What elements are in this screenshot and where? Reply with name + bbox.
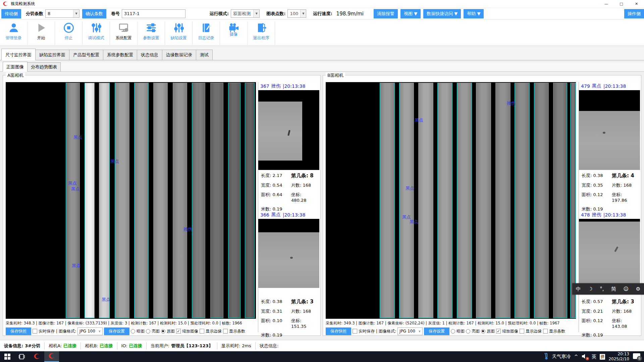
window-title: 视觉检测系统 [11,1,35,7]
view-menu-button[interactable]: 视图 ▼ [400,9,421,18]
system-config-button[interactable]: 系统配置 [110,21,138,45]
ime-settings-gear-icon[interactable]: ⚙ [636,286,640,292]
halfwidth-moon-icon[interactable]: ☽ [588,286,592,292]
help-menu-button[interactable]: 帮助 ▼ [464,9,484,18]
drive-side-button[interactable]: 传动侧 [1,9,21,18]
run-mode-select[interactable]: 双面检测 ▼ [231,9,260,18]
bright-image-radio[interactable] [146,329,150,334]
confirm-count-button[interactable]: 确认条数 [82,9,106,18]
task-view-icon[interactable] [15,351,30,362]
log-record-button[interactable]: 日志记录 [193,21,220,45]
save-snapshot-button[interactable]: 保存快照 [6,327,31,335]
defect-settings-button[interactable]: 缺陷设置 [165,21,193,45]
status-info-label: 状态信息: [260,343,278,349]
tab-size-monitor[interactable]: 尺寸监控界面 [1,49,36,60]
film-strip [99,83,110,318]
zoom-image-checkbox[interactable]: ✓ [496,329,501,334]
defect-image-label: 黑点 [71,186,80,192]
punctuation-mode-icon[interactable]: °, [600,286,604,292]
clock[interactable]: 20:13 2025/2/10 [608,352,629,362]
show-edge-checkbox[interactable] [200,329,204,334]
defect-info: 长度: 0.38 第几条: 3 宽度: 0.31 片数: 168 面积: 0.1… [258,296,319,337]
defect-image-label: 黑点 [415,117,423,123]
subtab-trend-chart[interactable]: 分布趋势图表 [27,62,61,71]
emoji-picker-icon[interactable]: ☺ [624,286,629,292]
simplified-chinese-toggle[interactable]: 简 [611,286,616,292]
ime-mode-chinese[interactable]: 中 [576,286,581,292]
defect-thumbnail [579,219,640,288]
show-edge-checkbox[interactable] [520,329,524,334]
dark-image-radio[interactable] [451,329,455,334]
image-format-select[interactable]: JPG 100 ∨ [397,327,423,335]
dark-image-radio[interactable] [131,329,135,334]
thermometer-icon[interactable] [544,353,549,361]
film-strip [245,83,255,318]
zoom-image-checkbox[interactable]: ✓ [176,329,181,334]
chevron-down-icon: ∨ [97,329,102,333]
subtab-front-image[interactable]: 正面图像 [3,62,28,72]
save-snapshot-button[interactable]: 保存快照 [326,327,351,335]
minimize-button[interactable]: — [599,0,614,8]
film-strip [534,83,549,318]
original-image-radio[interactable] [161,329,165,334]
run-mode-label: 运行模式: [210,11,229,17]
film-strip [553,83,567,318]
stop-button[interactable]: 停止 [55,21,83,45]
weather-text[interactable]: 天气寒冷 [552,354,571,360]
start-button[interactable] [0,351,15,362]
speaker-muted-icon[interactable]: ✕ [581,354,588,360]
data-quick-access-button[interactable]: 数据快捷访问 ▼ [423,9,461,18]
taskbar-app-icon-active[interactable] [44,351,59,362]
save-settings-button[interactable]: 保存设置 [424,327,449,335]
clear-alarm-button[interactable]: 清除报警 [374,9,398,18]
film-strip [515,83,530,318]
original-image-radio[interactable] [481,329,485,334]
show-strip-count-checkbox[interactable] [543,329,548,334]
parameter-settings-button[interactable]: 参数设置 [138,21,165,45]
admin-login-button[interactable]: 管理登录 [0,21,28,45]
close-button[interactable]: ✕ [629,0,644,8]
realtime-save-checkbox[interactable] [33,329,37,334]
show-strip-count-checkbox[interactable] [223,329,228,334]
camera-b-panel: B面相机 挫伤黑点黑点黑点黑点 479黑点|20:13:38 长度: 0.38 … [323,75,641,336]
image-format-select[interactable]: JPG 100 ∨ [77,327,103,335]
defect-image-label: 黑点 [406,185,414,191]
sliders-vertical-icon [172,21,185,34]
tab-test[interactable]: 测试 [196,50,213,60]
tab-status-info[interactable]: 状态信息 [137,50,162,60]
slit-count-select[interactable]: 8 ▼ [45,9,79,18]
camera-a-image: 黑点黑点黑点黑点挫伤黑点黑点 [6,82,256,319]
tab-product-model-config[interactable]: 产品型号配置 [69,50,103,60]
chevron-down-icon: ▼ [253,10,259,17]
chart-points-select[interactable]: 100 ▼ [287,9,306,18]
roll-number-input[interactable]: 3117-1 [122,9,185,18]
tab-edge-data-record[interactable]: 边缘数据记录 [162,50,196,60]
exit-program-button[interactable]: 退出程序 [248,21,275,45]
notification-center-icon[interactable]: 6 [633,353,641,360]
language-indicator[interactable]: 英 [591,354,596,360]
ime-pinyin-indicator[interactable]: 拼 [600,354,605,360]
film-strip [437,83,452,318]
ime-toolbar: 中 ☽ °, 简 ☺ ⚙ [572,283,644,295]
taskbar-app-icon[interactable] [30,351,44,362]
io-status: 已连接 [129,343,142,349]
chevron-down-icon: ▼ [73,10,79,17]
title-bar: 视觉检测系统 — □ ✕ [0,0,644,8]
operate-side-button[interactable]: 操作侧 [624,9,644,18]
defect-image-label: 黑点 [410,219,418,225]
sliders-vertical-icon [90,21,103,34]
tab-defect-monitor[interactable]: 缺陷监控界面 [35,50,69,60]
camera-b-stats: 采集耗时: 349.3 | 图像计数: 167 | 像素坐标: (5202,24… [326,321,577,326]
save-settings-button[interactable]: 保存设置 [104,327,129,335]
tray-chevron-up-icon[interactable]: ^ [574,354,578,359]
film-strip [134,83,149,318]
camera-a-controls: 保存快照 实时保存 |图像格式: JPG 100 ∨ 保存设置 暗图 亮图 原图… [6,327,257,336]
debug-mode-button[interactable]: 调试模式 [83,21,110,45]
maximize-button[interactable]: □ [614,0,629,8]
realtime-save-checkbox[interactable] [353,329,357,334]
capture-button[interactable]: 摄像 [220,21,248,45]
tab-system-param-config[interactable]: 系统参数配置 [103,50,137,60]
start-button[interactable]: 开始 [28,21,55,45]
bright-image-radio[interactable] [466,329,470,334]
defect-info: 长度: 2.17 第几条: 8 宽度: 0.54 片数: 168 面积: 0.6… [258,170,319,211]
